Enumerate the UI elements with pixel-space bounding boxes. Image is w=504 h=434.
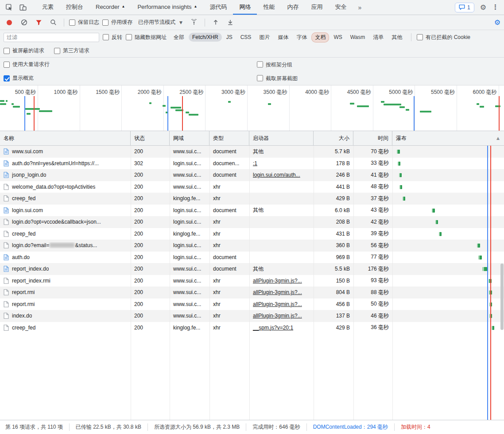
invert-filter-checkbox[interactable]: 反转 bbox=[103, 34, 122, 41]
filter-chip-字体[interactable]: 字体 bbox=[293, 32, 310, 43]
tab-性能[interactable]: 性能 bbox=[257, 0, 281, 15]
device-toolbar-button[interactable] bbox=[17, 2, 29, 13]
issues-count-badge: 1 bbox=[467, 4, 470, 11]
filter-chip-CSS[interactable]: CSS bbox=[237, 33, 255, 42]
initiator-link[interactable]: allPlugin-3gmin.js?... bbox=[253, 313, 302, 319]
settings-gear-icon[interactable]: ⚙ bbox=[480, 4, 486, 11]
request-initiator-cell: 其他 bbox=[249, 146, 314, 158]
column-header-time[interactable]: 时间 bbox=[353, 131, 392, 145]
request-row[interactable]: welcome_data.do?opt=topActivities200www.… bbox=[0, 181, 504, 193]
tab-应用[interactable]: 应用 bbox=[305, 0, 329, 15]
request-name-cell: report_index.rmi bbox=[0, 275, 131, 287]
issues-button[interactable]: 1 bbox=[455, 3, 474, 12]
request-status: 200 bbox=[131, 252, 170, 264]
request-row[interactable]: index.do200www.sui.c...xhrallPlugin-3gmi… bbox=[0, 310, 504, 322]
filter-chip-媒体[interactable]: 媒体 bbox=[274, 32, 292, 43]
tab-元素[interactable]: 元素 bbox=[36, 0, 60, 15]
network-conditions-button[interactable] bbox=[188, 17, 200, 28]
filter-chip-WS[interactable]: WS bbox=[330, 33, 345, 42]
initiator-link[interactable]: allPlugin-3gmin.js?... bbox=[253, 301, 302, 307]
initiator-link[interactable]: login.sui.com/auth... bbox=[253, 172, 300, 178]
overview-tick-label: 2000 毫秒 bbox=[123, 89, 162, 96]
more-options-icon[interactable]: ⋮ bbox=[492, 4, 499, 11]
blocked-cookies-checkbox[interactable]: 有已拦截的 Cookie bbox=[417, 34, 470, 41]
throttling-dropdown[interactable]: 已停用节流模式 ▼ bbox=[136, 17, 185, 28]
clear-network-log-button[interactable] bbox=[18, 17, 30, 28]
request-row[interactable]: report_index.do200www.sui.c...document其他… bbox=[0, 263, 504, 275]
column-header-initiator[interactable]: 启动器 bbox=[249, 131, 314, 145]
request-type: xhr bbox=[209, 322, 249, 334]
export-har-button[interactable] bbox=[210, 17, 221, 28]
overview-request-mark bbox=[477, 103, 479, 105]
filter-chip-Wasm[interactable]: Wasm bbox=[347, 33, 369, 42]
network-settings-gear-icon[interactable]: ⚙ bbox=[494, 19, 500, 26]
request-row[interactable]: login.do?opt=vccode&callback=json...200l… bbox=[0, 216, 504, 228]
request-time: 50 毫秒 bbox=[353, 298, 392, 310]
column-header-domain[interactable]: 网域 bbox=[170, 131, 209, 145]
search-button[interactable] bbox=[47, 17, 59, 28]
request-status: 200 bbox=[131, 146, 170, 158]
blocked-requests-checkbox[interactable]: 被屏蔽的请求 bbox=[4, 47, 44, 54]
filter-chip-Fetch/XHR[interactable]: Fetch/XHR bbox=[189, 33, 222, 42]
request-type: xhr bbox=[209, 287, 249, 298]
column-header-status[interactable]: 状态 bbox=[131, 131, 170, 145]
column-header-name[interactable]: 名称 bbox=[0, 131, 131, 145]
preserve-log-checkbox[interactable]: 保留日志 bbox=[69, 19, 99, 26]
tab-内存[interactable]: 内存 bbox=[281, 0, 305, 15]
request-row[interactable]: jsonp_login.do200www.sui.c...documentlog… bbox=[0, 169, 504, 181]
request-row[interactable]: report.rmi200www.sui.c...xhrallPlugin-3g… bbox=[0, 287, 504, 298]
initiator-link[interactable]: __spm.js?v=20:1 bbox=[253, 325, 293, 331]
request-row[interactable]: auth.do?nnl=yes&returnUrl=https://...302… bbox=[0, 158, 504, 170]
checkbox-icon bbox=[126, 34, 132, 40]
request-row[interactable]: creep_fed200kinglog.fe...xhr__spm.js?v=2… bbox=[0, 322, 504, 334]
request-status: 200 bbox=[131, 310, 170, 322]
filter-chip-文档[interactable]: 文档 bbox=[311, 32, 329, 43]
column-header-label: 启动器 bbox=[253, 135, 269, 142]
filter-toggle-button[interactable] bbox=[33, 17, 44, 28]
request-row[interactable]: auth.do200login.sui.c...document969 B77 … bbox=[0, 252, 504, 264]
request-row[interactable]: creep_fed200kinglog.fe...xhr429 B37 毫秒 bbox=[0, 193, 504, 205]
tab-安全[interactable]: 安全 bbox=[329, 0, 353, 15]
column-header-size[interactable]: 大小 bbox=[314, 131, 353, 145]
capture-screenshots-checkbox[interactable]: 截取屏幕截图 bbox=[257, 74, 298, 82]
filter-chip-其他[interactable]: 其他 bbox=[388, 32, 406, 43]
initiator-link[interactable]: allPlugin-3gmin.js?... bbox=[253, 278, 302, 284]
request-row[interactable]: login.do?email=&status...200login.sui.c.… bbox=[0, 240, 504, 252]
tab-Performance insights[interactable]: Performance insights▲ bbox=[131, 0, 203, 15]
filter-chip-清单[interactable]: 清单 bbox=[369, 32, 387, 43]
filter-chip-全部[interactable]: 全部 bbox=[170, 32, 188, 43]
overview-request-mark bbox=[186, 112, 189, 113]
third-party-requests-checkbox[interactable]: 第三方请求 bbox=[54, 47, 89, 54]
overview-gridline bbox=[331, 85, 331, 131]
more-tabs-button[interactable]: » bbox=[353, 0, 367, 15]
tab-网络[interactable]: 网络 bbox=[233, 0, 257, 15]
tab-Recorder[interactable]: Recorder▲ bbox=[89, 0, 131, 15]
initiator-link[interactable]: :1 bbox=[253, 160, 257, 167]
hide-data-urls-checkbox[interactable]: 隐藏数据网址 bbox=[126, 34, 167, 41]
checkbox-icon bbox=[417, 34, 423, 40]
request-row[interactable]: report.rmi200www.sui.c...xhrallPlugin-3g… bbox=[0, 298, 504, 310]
filter-input[interactable] bbox=[4, 33, 99, 42]
column-header-waterfall[interactable]: 瀑布▲ bbox=[392, 131, 504, 145]
import-har-button[interactable] bbox=[225, 17, 236, 28]
request-name-cell: login.do?opt=vccode&callback=json... bbox=[0, 216, 131, 228]
filter-chip-图片[interactable]: 图片 bbox=[256, 32, 273, 43]
tab-源代码[interactable]: 源代码 bbox=[203, 0, 233, 15]
big-request-rows-checkbox[interactable]: 使用大量请求行 bbox=[4, 61, 50, 68]
request-row[interactable]: www.sui.com200www.sui.c...document其他5.7 … bbox=[0, 146, 504, 158]
record-network-log-button[interactable] bbox=[7, 20, 12, 25]
column-header-type[interactable]: 类型 bbox=[209, 131, 249, 145]
show-overview-checkbox[interactable]: 显示概览 bbox=[4, 74, 34, 82]
checkbox-icon bbox=[257, 62, 263, 68]
request-row[interactable]: report_index.rmi200www.sui.c...xhrallPlu… bbox=[0, 275, 504, 287]
tab-控制台[interactable]: 控制台 bbox=[60, 0, 89, 15]
request-row[interactable]: creep_fed200kinglog.fe...xhr431 B39 毫秒 bbox=[0, 228, 504, 240]
disable-cache-checkbox[interactable]: 停用缓存 bbox=[102, 19, 132, 26]
group-by-frame-checkbox[interactable]: 按框架分组 bbox=[257, 61, 292, 68]
initiator-link[interactable]: allPlugin-3gmin.js?... bbox=[253, 289, 302, 295]
request-status: 200 bbox=[131, 275, 170, 287]
filter-chip-JS[interactable]: JS bbox=[223, 33, 236, 42]
inspect-element-button[interactable] bbox=[3, 2, 15, 13]
request-row[interactable]: login.sui.com200login.sui.c...document其他… bbox=[0, 205, 504, 217]
overview-timeline[interactable]: 500 毫秒1000 毫秒1500 毫秒2000 毫秒2500 毫秒3000 毫… bbox=[0, 85, 504, 131]
